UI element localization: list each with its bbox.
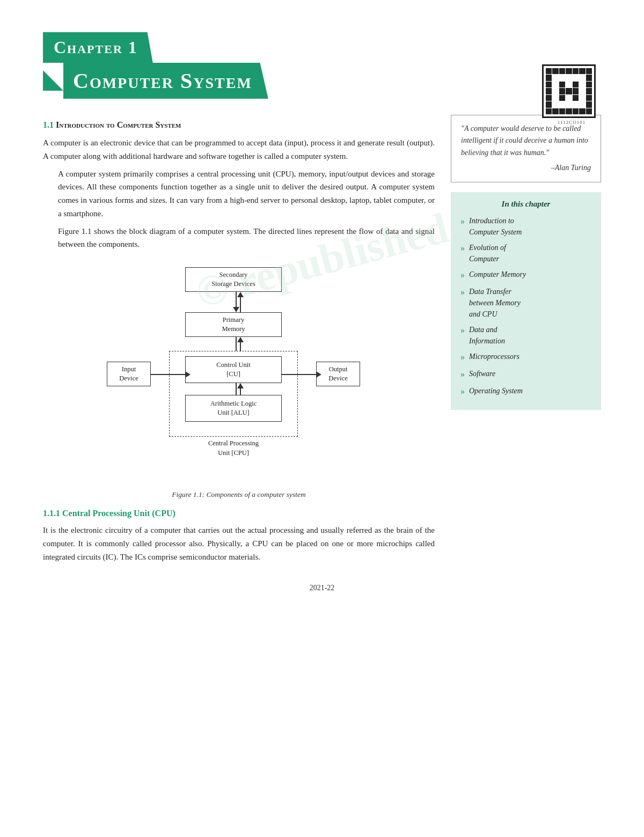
bullet-icon: » [460,269,465,282]
alu-box: Arithmetic LogicUnit [ALU] [185,395,282,422]
bullet-icon: » [460,286,465,299]
section-1-1-para2: A computer system primarily comprises a … [43,167,435,221]
subsection-number: 1.1.1 Central Processing Unit (CPU) [43,509,175,518]
section-1-1-heading: 1.1 Introduction to Computer System [43,120,435,130]
contents-item-6-label: Microprocessors [469,351,519,362]
contents-item-7: » Software [460,368,591,381]
secondary-storage-box: SecondaryStorage Devices [185,267,282,292]
section-1-1-1-para1: It is the electronic circuitry of a comp… [43,524,435,563]
bullet-icon: » [460,324,465,337]
title-box: Computer System [63,63,268,99]
page-container: 1112CO101 Chapter 1 Computer System 1.1 … [0,32,644,837]
bullet-icon: » [460,351,465,364]
contents-item-8: » Operating System [460,385,591,398]
cpu-label: Central ProcessingUnit [CPU] [185,439,282,458]
left-column: 1.1 Introduction to Computer System A co… [43,115,435,568]
output-device-box: OutputDevice [316,362,360,386]
contents-item-5: » Data andInformation [460,324,591,347]
chapter-label-box: Chapter 1 [43,32,153,63]
right-column: "A computer would deserve to be called i… [451,115,601,568]
quote-author: –Alan Turing [461,162,591,174]
control-unit-box: Control Unit[CU] [185,356,282,383]
primary-memory-box: PrimaryMemory [185,312,282,337]
quote-text: "A computer would deserve to be called i… [461,124,588,157]
bullet-icon: » [460,215,465,228]
section-number: 1.1 [43,120,56,129]
diagram-area: SecondaryStorage Devices PrimaryMem [43,262,435,499]
diagram-container: SecondaryStorage Devices PrimaryMem [99,262,378,487]
contents-item-4: » Data Transferbetween Memoryand CPU [460,286,591,320]
chapter-contents-box: In this chapter » Introduction toCompute… [451,192,601,410]
bullet-icon: » [460,385,465,398]
green-arrow-decoration [43,70,63,91]
diagram-caption: Figure 1.1: Components of a computer sys… [172,490,306,499]
arrow-cu-to-output [282,371,321,378]
title-row: Computer System [43,63,601,99]
qr-label: 1112CO101 [542,120,601,125]
chapter-title: Computer System [73,69,252,93]
arrow-input-to-cu [151,371,191,378]
contents-item-3: » Computer Memory [460,269,591,282]
arrow-prim-to-sec [237,292,244,312]
contents-item-2: » Evolution ofComputer [460,242,591,265]
chapter-header: Chapter 1 Computer System [43,32,601,99]
contents-item-2-label: Evolution ofComputer [469,242,506,265]
section-1-1-para3: Figure 1.1 shows the block diagram of a … [43,225,435,252]
contents-item-6: » Microprocessors [460,351,591,364]
bullet-icon: » [460,368,465,381]
section-title: Introduction to Computer System [56,120,181,129]
input-device-box: InputDevice [107,362,151,386]
contents-item-5-label: Data andInformation [469,324,505,347]
contents-item-1-label: Introduction toComputer System [469,215,522,238]
chapter-contents-title: In this chapter [460,200,591,209]
chapter-label: Chapter 1 [54,38,138,57]
section-1-1-1-heading: 1.1.1 Central Processing Unit (CPU) [43,509,435,518]
contents-item-4-label: Data Transferbetween Memoryand CPU [469,286,521,320]
section-1-1-para1: A computer is an electronic device that … [43,136,435,163]
page-number: 2021-22 [0,584,644,608]
contents-item-8-label: Operating System [469,385,523,397]
contents-item-1: » Introduction toComputer System [460,215,591,238]
bullet-icon: » [460,242,465,255]
contents-item-7-label: Software [469,368,495,379]
main-content: 1.1 Introduction to Computer System A co… [43,115,601,568]
contents-item-3-label: Computer Memory [469,269,526,280]
